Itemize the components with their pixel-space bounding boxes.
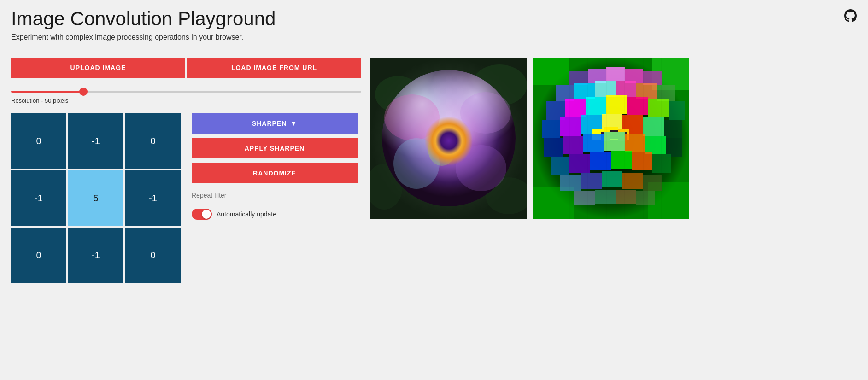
kernel-cell-2-0[interactable]: 0 xyxy=(11,228,66,283)
sharpen-label: SHARPEN xyxy=(252,120,287,127)
toggle-thumb xyxy=(202,210,211,219)
upload-image-button[interactable]: UPLOAD IMAGE xyxy=(11,58,185,78)
svg-rect-31 xyxy=(657,85,675,101)
svg-rect-60 xyxy=(569,154,590,173)
randomize-button[interactable]: RANDOMIZE xyxy=(192,163,358,183)
svg-point-14 xyxy=(382,70,516,206)
processed-image xyxy=(533,58,689,219)
right-panel xyxy=(370,58,857,219)
toggle-track xyxy=(192,209,212,220)
controls-panel: SHARPEN ▼ APPLY SHARPEN RANDOMIZE xyxy=(192,113,358,220)
svg-rect-40 xyxy=(560,117,581,136)
svg-rect-56 xyxy=(625,134,645,152)
sharpen-dropdown-icon: ▼ xyxy=(290,120,297,127)
svg-rect-57 xyxy=(645,136,666,154)
kernel-cell-2-2[interactable]: 0 xyxy=(125,228,181,283)
svg-rect-34 xyxy=(586,97,606,115)
auto-update-row: Automatically update xyxy=(192,209,358,220)
svg-rect-32 xyxy=(546,101,565,120)
github-icon[interactable] xyxy=(844,9,857,25)
resolution-slider-container: Resolution - 50 pixels xyxy=(11,86,361,104)
svg-rect-53 xyxy=(563,136,583,154)
left-panel: UPLOAD IMAGE LOAD IMAGE FROM URL Resolut… xyxy=(11,58,361,283)
svg-rect-62 xyxy=(611,151,632,169)
kernel-cell-0-0[interactable]: 0 xyxy=(11,113,66,169)
svg-rect-26 xyxy=(556,85,574,101)
original-image xyxy=(370,58,527,219)
page-title: Image Convolution Playground xyxy=(11,8,857,29)
svg-rect-65 xyxy=(560,175,581,191)
svg-rect-66 xyxy=(581,173,602,189)
svg-rect-59 xyxy=(551,157,569,175)
svg-rect-72 xyxy=(616,190,636,204)
svg-rect-67 xyxy=(602,171,622,187)
kernel-grid: 0 -1 0 -1 5 -1 xyxy=(11,113,181,283)
svg-rect-36 xyxy=(627,97,648,115)
kernel-cell-2-1[interactable]: -1 xyxy=(68,228,123,283)
kernel-cell-0-2[interactable]: 0 xyxy=(125,113,181,169)
svg-rect-27 xyxy=(574,83,595,99)
header: Image Convolution Playground Experiment … xyxy=(0,0,868,48)
svg-rect-33 xyxy=(565,99,586,117)
load-url-button[interactable]: LOAD IMAGE FROM URL xyxy=(187,58,361,78)
svg-rect-30 xyxy=(636,83,657,99)
svg-rect-23 xyxy=(606,67,625,81)
svg-rect-44 xyxy=(643,117,664,136)
svg-rect-29 xyxy=(616,81,636,97)
repeat-filter-container xyxy=(192,190,358,201)
svg-rect-45 xyxy=(664,120,682,138)
svg-rect-54 xyxy=(583,134,604,152)
svg-rect-63 xyxy=(632,152,652,170)
svg-rect-69 xyxy=(643,175,662,191)
resolution-slider[interactable] xyxy=(11,91,361,93)
auto-update-toggle[interactable] xyxy=(192,209,212,220)
svg-rect-71 xyxy=(595,190,616,204)
slider-label: Resolution - 50 pixels xyxy=(11,97,361,104)
auto-update-label: Automatically update xyxy=(217,210,276,218)
svg-rect-19 xyxy=(533,187,574,219)
processed-image-container xyxy=(533,58,689,219)
apply-sharpen-button[interactable]: APPLY SHARPEN xyxy=(192,138,358,158)
svg-rect-37 xyxy=(648,99,669,117)
svg-rect-68 xyxy=(622,173,643,189)
kernel-cell-1-1[interactable]: 5 xyxy=(68,170,123,226)
svg-rect-70 xyxy=(574,191,595,205)
repeat-filter-input[interactable] xyxy=(192,190,358,201)
svg-rect-55 xyxy=(604,132,625,151)
original-image-container xyxy=(370,58,527,219)
svg-rect-28 xyxy=(595,81,616,97)
kernel-cell-1-2[interactable]: -1 xyxy=(125,170,181,226)
kernel-cell-0-1[interactable]: -1 xyxy=(68,113,123,169)
image-load-buttons: UPLOAD IMAGE LOAD IMAGE FROM URL xyxy=(11,58,361,78)
svg-rect-73 xyxy=(636,191,655,205)
svg-rect-61 xyxy=(590,152,611,170)
sharpen-dropdown-button[interactable]: SHARPEN ▼ xyxy=(192,113,358,134)
kernel-controls-row: 0 -1 0 -1 5 -1 xyxy=(11,113,361,283)
svg-rect-52 xyxy=(544,138,563,157)
svg-rect-38 xyxy=(669,101,685,120)
page-subtitle: Experiment with complex image processing… xyxy=(11,33,857,41)
kernel-cell-1-0[interactable]: -1 xyxy=(11,170,66,226)
svg-rect-35 xyxy=(606,95,627,114)
main-content: UPLOAD IMAGE LOAD IMAGE FROM URL Resolut… xyxy=(0,48,868,292)
